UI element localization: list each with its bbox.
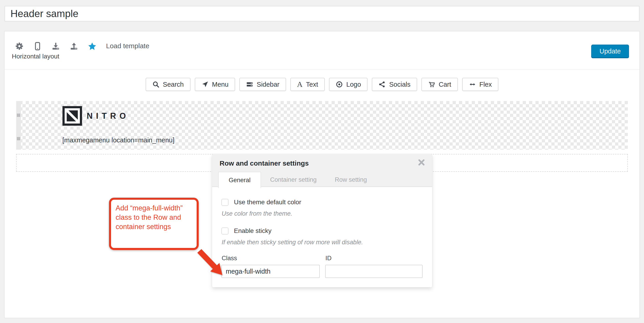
annotation-line: Add “mega-full-width” [116, 203, 192, 213]
menu-icon [202, 81, 209, 88]
add-cart-button[interactable]: Cart [422, 78, 458, 91]
add-socials-button[interactable]: Socials [372, 78, 417, 91]
modal-header: Row and container settings General Conta… [212, 154, 432, 187]
annotation-line: container settings [116, 222, 192, 231]
enable-sticky-checkbox[interactable] [222, 228, 228, 235]
tab-row-setting[interactable]: Row setting [326, 172, 376, 188]
download-icon[interactable] [52, 42, 60, 50]
nitro-logo-mark-icon [62, 106, 82, 126]
toolbar-divider [4, 69, 640, 70]
update-button[interactable]: Update [591, 44, 629, 58]
header-preview-area: NITRO [maxmegamenu location=main_menu] [16, 101, 628, 150]
logo-element[interactable]: NITRO [62, 106, 129, 126]
page-title-input[interactable] [4, 6, 640, 21]
menu-shortcode-element[interactable]: [maxmegamenu location=main_menu] [62, 136, 174, 144]
enable-sticky-row: Enable sticky [222, 227, 272, 235]
modal-title: Row and container settings [220, 159, 309, 167]
id-input[interactable] [325, 265, 422, 278]
drag-handle-icon[interactable] [17, 113, 20, 117]
add-text-button[interactable]: A Text [290, 78, 325, 91]
row-container-settings-modal: Row and container settings General Conta… [212, 154, 432, 287]
star-icon[interactable] [88, 42, 96, 50]
theme-default-color-checkbox[interactable] [222, 199, 228, 206]
theme-default-color-row: Use theme default color [222, 199, 301, 206]
drag-handle-icon[interactable] [17, 137, 20, 140]
socials-icon [378, 81, 386, 88]
annotation-arrow-icon [195, 248, 230, 278]
gear-icon[interactable] [15, 42, 24, 50]
layout-mode-label: Horizontal layout [12, 53, 60, 60]
theme-default-color-label: Use theme default color [234, 199, 301, 206]
class-input[interactable] [222, 265, 320, 278]
logo-text: NITRO [87, 111, 129, 121]
add-flex-button[interactable]: Flex [462, 78, 498, 91]
cart-icon [428, 81, 435, 88]
sidebar-icon [246, 81, 253, 88]
flex-icon [469, 81, 476, 88]
tab-container-setting[interactable]: Container setting [261, 172, 326, 188]
text-icon: A [297, 81, 303, 88]
header-builder-panel: Load template Horizontal layout Update S… [4, 31, 640, 318]
row-gutter [16, 101, 21, 150]
close-icon[interactable] [418, 159, 425, 166]
upload-icon[interactable] [70, 42, 78, 50]
tab-general[interactable]: General [218, 172, 261, 188]
add-sidebar-button[interactable]: Sidebar [240, 78, 286, 91]
add-menu-button[interactable]: Menu [195, 78, 235, 91]
logo-icon [336, 81, 343, 88]
id-field-label: ID [326, 255, 332, 262]
load-template-button[interactable]: Load template [106, 40, 149, 51]
builder-toolbar [15, 42, 96, 50]
modal-body: Use theme default color Use color from t… [212, 187, 432, 287]
theme-color-help-text: Use color from the theme. [222, 210, 292, 217]
add-logo-button[interactable]: Logo [329, 78, 368, 91]
add-search-button[interactable]: Search [146, 78, 190, 91]
modal-tabs: General Container setting Row setting [218, 172, 376, 188]
annotation-line: class to the Row and [116, 213, 192, 222]
sticky-help-text: If enable then sticky setting of row mor… [222, 239, 363, 246]
enable-sticky-label: Enable sticky [234, 227, 272, 235]
annotation-callout: Add “mega-full-width” class to the Row a… [109, 198, 199, 250]
smartphone-icon[interactable] [33, 42, 42, 50]
search-icon [152, 81, 160, 88]
component-buttons-row: Search Menu Sidebar A Text [4, 78, 640, 91]
